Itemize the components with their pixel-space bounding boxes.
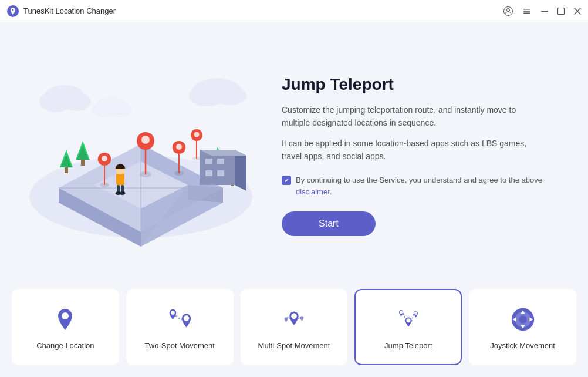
titlebar: TunesKit Location Changer: [0, 0, 588, 22]
illustration: [18, 62, 264, 250]
svg-rect-3: [523, 9, 530, 10]
svg-point-2: [507, 8, 510, 11]
svg-rect-59: [205, 170, 212, 176]
app-title: TunesKit Location Changer: [23, 6, 116, 15]
titlebar-controls: [503, 6, 581, 16]
account-icon[interactable]: [503, 6, 513, 16]
svg-point-53: [120, 191, 126, 195]
svg-point-63: [184, 315, 190, 321]
svg-point-61: [62, 312, 69, 319]
svg-point-72: [400, 310, 403, 313]
main-content: Jump Teleport Customize the jumping tele…: [0, 22, 588, 377]
multi-spot-label: Multi-Spot Movement: [258, 341, 330, 350]
joystick-label: Joystick Movement: [490, 341, 555, 350]
svg-point-71: [299, 317, 301, 318]
svg-point-67: [291, 313, 297, 319]
top-section: Jump Teleport Customize the jumping tele…: [0, 22, 588, 283]
svg-marker-55: [235, 150, 246, 191]
svg-rect-4: [523, 11, 530, 12]
titlebar-left: TunesKit Location Changer: [7, 5, 116, 17]
minimize-button[interactable]: [541, 11, 548, 12]
bottom-cards: Change Location Two-Spot Movement: [0, 283, 588, 377]
svg-rect-7: [558, 8, 565, 14]
jump-teleport-icon: [394, 305, 423, 334]
svg-line-75: [403, 313, 405, 318]
svg-point-43: [141, 136, 150, 144]
illustration-area: [12, 34, 270, 277]
feature-title: Jump Teleport: [282, 75, 565, 94]
svg-point-19: [109, 103, 132, 117]
change-location-label: Change Location: [36, 341, 94, 350]
change-location-icon: [50, 305, 80, 334]
svg-rect-57: [205, 159, 212, 164]
terms-checkbox[interactable]: [282, 176, 291, 185]
svg-rect-6: [541, 11, 548, 12]
svg-rect-5: [523, 12, 530, 14]
svg-point-47: [194, 132, 200, 137]
close-button[interactable]: [574, 8, 581, 15]
menu-icon[interactable]: [522, 6, 532, 16]
svg-rect-48: [116, 173, 124, 185]
terms-text: By continuing to use the Service, you un…: [296, 174, 565, 197]
feature-desc1: Customize the jumping teleportation rout…: [282, 103, 528, 130]
svg-point-62: [171, 311, 175, 315]
two-spot-icon: [165, 305, 194, 334]
svg-rect-60: [217, 170, 224, 176]
svg-point-73: [414, 311, 417, 314]
svg-point-45: [176, 144, 182, 150]
card-change-location[interactable]: Change Location: [12, 289, 119, 365]
joystick-icon: [508, 305, 538, 334]
two-spot-label: Two-Spot Movement: [145, 341, 215, 350]
multi-spot-icon: [279, 305, 309, 334]
svg-point-13: [62, 92, 91, 111]
app-icon: [7, 5, 19, 17]
svg-point-70: [298, 317, 299, 319]
svg-line-76: [411, 314, 414, 322]
card-multi-spot[interactable]: Multi-Spot Movement: [241, 289, 348, 365]
svg-point-64: [175, 315, 177, 317]
svg-point-68: [289, 317, 290, 319]
jump-teleport-label: Jump Teleport: [384, 341, 432, 350]
start-button[interactable]: Start: [282, 211, 376, 236]
svg-point-79: [519, 315, 526, 323]
info-panel: Jump Teleport Customize the jumping tele…: [282, 34, 565, 277]
svg-point-74: [406, 318, 410, 322]
svg-point-41: [102, 156, 107, 161]
disclaimer-link[interactable]: disclaimer.: [296, 187, 332, 196]
svg-point-69: [287, 316, 289, 318]
svg-point-65: [178, 317, 180, 319]
svg-point-66: [181, 318, 183, 320]
svg-point-16: [214, 86, 246, 105]
svg-rect-58: [217, 159, 224, 164]
card-two-spot[interactable]: Two-Spot Movement: [126, 289, 234, 365]
card-jump-teleport[interactable]: Jump Teleport: [354, 289, 462, 365]
feature-desc2: It can be applied in some location-based…: [282, 137, 528, 163]
terms-checkbox-row: By continuing to use the Service, you un…: [282, 174, 565, 197]
card-joystick[interactable]: Joystick Movement: [469, 289, 576, 365]
maximize-button[interactable]: [557, 8, 565, 15]
